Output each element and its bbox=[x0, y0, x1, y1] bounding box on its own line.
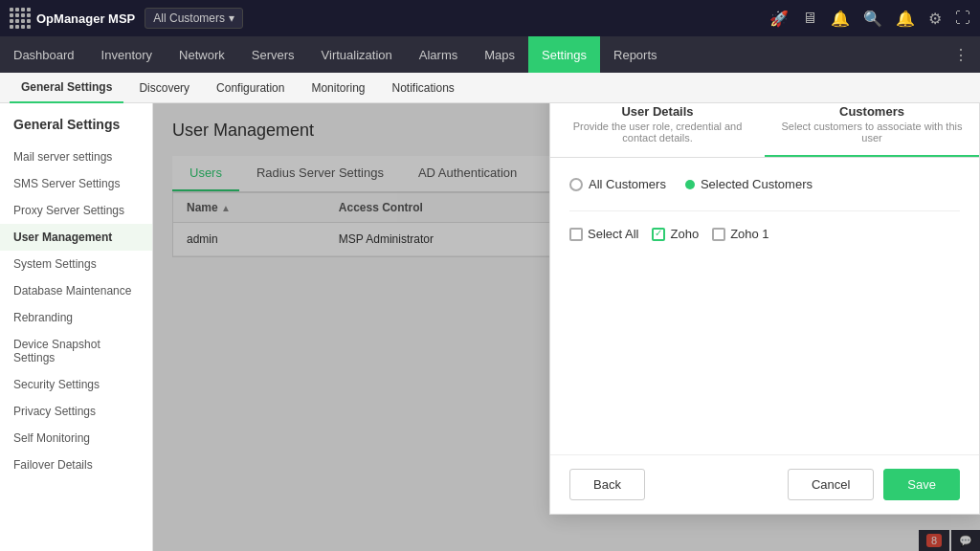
sidebar-item-device-snapshot[interactable]: Device Snapshot Settings bbox=[0, 331, 152, 371]
customer-select[interactable]: All Customers ▾ bbox=[145, 8, 243, 29]
subnav-general-settings[interactable]: General Settings bbox=[10, 73, 123, 103]
sidebar-item-failover[interactable]: Failover Details bbox=[0, 452, 152, 478]
modal-tab-user-details-label: User Details bbox=[560, 104, 755, 119]
save-button[interactable]: Save bbox=[883, 469, 960, 500]
configure-user-details-modal: Configure User Details × User Details Pr… bbox=[549, 103, 980, 515]
modal-tab-customers-label: Customers bbox=[774, 104, 969, 119]
cancel-button[interactable]: Cancel bbox=[788, 469, 874, 500]
customer-radio-group: All Customers Selected Customers bbox=[569, 177, 960, 191]
search-icon[interactable]: 🔍 bbox=[863, 10, 882, 28]
modal-tab-customers[interactable]: Customers Select customers to associate … bbox=[765, 103, 979, 157]
sidebar-item-proxy[interactable]: Proxy Server Settings bbox=[0, 197, 152, 224]
modal-tabs: User Details Provide the user role, cred… bbox=[550, 103, 979, 158]
sidebar-item-database[interactable]: Database Maintenance bbox=[0, 277, 152, 304]
divider bbox=[569, 210, 960, 211]
customer-checkbox-group: Select All Zoho Zoho 1 bbox=[569, 227, 960, 241]
nav-virtualization[interactable]: Virtualization bbox=[308, 36, 406, 73]
checkbox-box-zoho bbox=[652, 228, 665, 241]
radio-all-customers-label: All Customers bbox=[589, 177, 666, 191]
sidebar-item-mail[interactable]: Mail server settings bbox=[0, 143, 152, 170]
fullscreen-icon[interactable]: ⛶ bbox=[955, 10, 970, 27]
nav-dashboard[interactable]: Dashboard bbox=[0, 36, 88, 73]
checkbox-zoho1[interactable]: Zoho 1 bbox=[712, 227, 768, 241]
checkbox-box-zoho1 bbox=[712, 228, 725, 241]
checkbox-zoho[interactable]: Zoho bbox=[652, 227, 699, 241]
checkbox-zoho-label: Zoho bbox=[670, 227, 699, 241]
sidebar-item-system[interactable]: System Settings bbox=[0, 251, 152, 277]
nav-maps[interactable]: Maps bbox=[471, 36, 528, 73]
checkbox-zoho1-label: Zoho 1 bbox=[730, 227, 768, 241]
modal-body: All Customers Selected Customers Select … bbox=[550, 158, 979, 260]
nav-network[interactable]: Network bbox=[166, 36, 238, 73]
subnav-monitoring[interactable]: Monitoring bbox=[300, 73, 376, 103]
top-bar-icons: 🚀 🖥 🔔 🔍 🔔 ⚙ ⛶ bbox=[769, 10, 970, 28]
sidebar-item-self-monitoring[interactable]: Self Monitoring bbox=[0, 425, 152, 452]
subnav-configuration[interactable]: Configuration bbox=[205, 73, 296, 103]
sidebar-item-security[interactable]: Security Settings bbox=[0, 371, 152, 398]
sidebar: General Settings Mail server settings SM… bbox=[0, 103, 153, 551]
nav-reports[interactable]: Reports bbox=[600, 36, 671, 73]
gear-icon[interactable]: ⚙ bbox=[928, 10, 942, 28]
radio-selected-indicator bbox=[685, 180, 695, 189]
checkbox-select-all[interactable]: Select All bbox=[569, 227, 638, 241]
subnav-discovery[interactable]: Discovery bbox=[127, 73, 201, 103]
notification-bell-icon[interactable]: 🔔 bbox=[896, 10, 915, 28]
nav-alarms[interactable]: Alarms bbox=[406, 36, 471, 73]
modal-footer: Back Cancel Save bbox=[550, 454, 979, 514]
radio-all-customers[interactable]: All Customers bbox=[569, 177, 666, 191]
sub-nav: General Settings Discovery Configuration… bbox=[0, 73, 980, 103]
rocket-icon[interactable]: 🚀 bbox=[769, 10, 789, 28]
sidebar-item-privacy[interactable]: Privacy Settings bbox=[0, 398, 152, 425]
grid-icon bbox=[10, 8, 31, 29]
more-icon[interactable]: ⋮ bbox=[942, 36, 980, 73]
customer-select-value: All Customers bbox=[153, 11, 225, 25]
main-content: User Management Users Radius Server Sett… bbox=[153, 103, 980, 551]
modal-tab-user-details-sublabel: Provide the user role, credential and co… bbox=[560, 121, 755, 143]
nav-settings[interactable]: Settings bbox=[528, 36, 600, 73]
monitor-icon[interactable]: 🖥 bbox=[802, 10, 817, 27]
bell-settings-icon[interactable]: 🔔 bbox=[831, 10, 850, 28]
app-logo: OpManager MSP bbox=[10, 8, 135, 29]
sidebar-item-sms[interactable]: SMS Server Settings bbox=[0, 170, 152, 197]
main-nav: Dashboard Inventory Network Servers Virt… bbox=[0, 36, 980, 73]
back-button[interactable]: Back bbox=[569, 469, 645, 500]
sidebar-title: General Settings bbox=[0, 117, 152, 143]
radio-selected-customers-label: Selected Customers bbox=[701, 177, 813, 191]
modal-tab-user-details[interactable]: User Details Provide the user role, cred… bbox=[550, 103, 765, 157]
sidebar-item-rebranding[interactable]: Rebranding bbox=[0, 304, 152, 331]
chevron-down-icon: ▾ bbox=[229, 11, 234, 25]
subnav-notifications[interactable]: Notifications bbox=[380, 73, 465, 103]
content-area: General Settings Mail server settings SM… bbox=[0, 103, 980, 551]
radio-selected-customers[interactable]: Selected Customers bbox=[685, 177, 813, 191]
checkbox-select-all-label: Select All bbox=[588, 227, 638, 241]
checkbox-box-select-all bbox=[569, 228, 583, 241]
app-name: OpManager MSP bbox=[36, 11, 135, 26]
radio-circle-all bbox=[569, 178, 583, 191]
nav-inventory[interactable]: Inventory bbox=[88, 36, 166, 73]
sidebar-item-user-management[interactable]: User Management bbox=[0, 224, 152, 251]
modal-tab-customers-sublabel: Select customers to associate with this … bbox=[774, 121, 969, 143]
nav-servers[interactable]: Servers bbox=[238, 36, 308, 73]
top-bar: OpManager MSP All Customers ▾ 🚀 🖥 🔔 🔍 🔔 … bbox=[0, 0, 980, 36]
